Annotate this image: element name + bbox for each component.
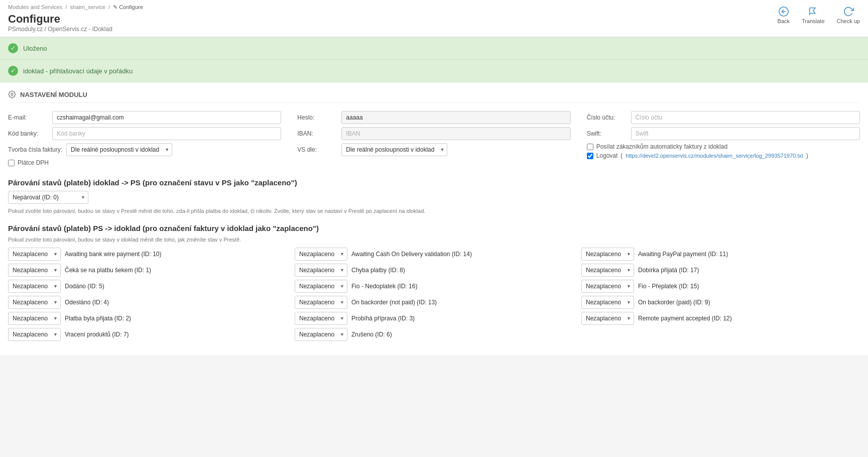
- status-row: NezaplacenoZaplacenoProbíhá příprava (ID…: [295, 312, 573, 325]
- vs-label: VS dle:: [297, 146, 337, 153]
- status-select[interactable]: NezaplacenoZaplaceno: [8, 248, 61, 261]
- breadcrumb-service[interactable]: shaim_service: [70, 4, 105, 10]
- checkup-button[interactable]: Check up: [837, 6, 860, 24]
- parovani1-select-wrap-outer: Nepárovat (ID: 0): [8, 191, 860, 204]
- status-row: NezaplacenoZaplacenoChyba platby (ID: 8): [295, 264, 573, 277]
- breadcrumb-configure: ✎ Configure: [113, 4, 143, 10]
- translate-button[interactable]: Translate: [802, 6, 824, 24]
- module-settings-title: NASTAVENÍ MODULU: [20, 91, 87, 98]
- breadcrumb-modules[interactable]: Modules and Services: [8, 4, 62, 10]
- parovani1-select[interactable]: Nepárovat (ID: 0): [8, 191, 88, 204]
- flag-icon: [808, 6, 819, 17]
- status-select[interactable]: NezaplacenoZaplaceno: [8, 296, 61, 309]
- status-select-wrap: NezaplacenoZaplaceno: [295, 328, 347, 341]
- heslo-input[interactable]: [341, 111, 570, 124]
- status-select[interactable]: NezaplacenoZaplaceno: [581, 248, 634, 261]
- status-grid: NezaplacenoZaplacenoAwaiting bank wire p…: [8, 248, 860, 341]
- platce-dph-checkbox[interactable]: [8, 160, 15, 166]
- status-select[interactable]: NezaplacenoZaplaceno: [581, 312, 634, 325]
- kod-banky-label: Kód banky:: [8, 130, 48, 137]
- platce-dph-label: Plátce DPH: [18, 159, 49, 166]
- status-label: Čeká se na platbu šekem (ID: 1): [65, 267, 151, 274]
- status-select[interactable]: NezaplacenoZaplaceno: [8, 264, 61, 277]
- status-row: NezaplacenoZaplacenoDobírka přijatá (ID:…: [581, 264, 860, 277]
- iban-row: IBAN:: [297, 127, 570, 140]
- alert-idoklad-icon: ✓: [8, 66, 18, 76]
- logovat-link[interactable]: https://devel2.openservis.cz/modules/sha…: [626, 153, 803, 159]
- status-select-wrap: NezaplacenoZaplaceno: [295, 248, 347, 261]
- alert-saved: ✓ Uloženo: [0, 37, 868, 60]
- vs-select[interactable]: Dle reálné posloupnosti v idoklad: [341, 143, 447, 156]
- email-input[interactable]: [52, 111, 281, 124]
- cislo-uctu-label: Číslo účtu:: [587, 114, 627, 121]
- back-button[interactable]: Back: [778, 6, 790, 24]
- tvorba-label: Tvorba čísla faktury:: [8, 146, 62, 153]
- status-select[interactable]: NezaplacenoZaplaceno: [8, 280, 61, 293]
- tvorba-row: Tvorba čísla faktury: Dle reálné posloup…: [8, 143, 281, 156]
- kod-banky-row: Kód banky:: [8, 127, 281, 140]
- platce-dph-row: Plátce DPH: [8, 159, 281, 166]
- status-row: NezaplacenoZaplacenoAwaiting bank wire p…: [8, 248, 287, 261]
- status-select[interactable]: NezaplacenoZaplaceno: [295, 296, 347, 309]
- status-select[interactable]: NezaplacenoZaplaceno: [581, 280, 634, 293]
- status-label: Awaiting PayPal payment (ID: 11): [638, 251, 728, 258]
- status-row: NezaplacenoZaplacenoVracení produktů (ID…: [8, 328, 287, 341]
- status-select[interactable]: NezaplacenoZaplaceno: [295, 312, 347, 325]
- status-label: Chyba platby (ID: 8): [351, 267, 405, 274]
- posil-row: Posílat zákazníkům automaticky faktury z…: [587, 143, 860, 150]
- status-row: NezaplacenoZaplacenoZrušeno (ID: 6): [295, 328, 573, 341]
- swift-row: Swift:: [587, 127, 860, 140]
- status-select[interactable]: NezaplacenoZaplaceno: [581, 264, 634, 277]
- status-select-wrap: NezaplacenoZaplaceno: [8, 296, 61, 309]
- status-select[interactable]: NezaplacenoZaplaceno: [295, 248, 347, 261]
- form-col-3: Číslo účtu: Swift: Posílat zákazníkům au…: [587, 111, 860, 168]
- status-select[interactable]: NezaplacenoZaplaceno: [295, 264, 347, 277]
- form-col-1: E-mail: Kód banky: Tvorba čísla faktury:…: [8, 111, 281, 168]
- main-content: NASTAVENÍ MODULU E-mail: Kód banky: Tvor…: [0, 82, 868, 355]
- status-select[interactable]: NezaplacenoZaplaceno: [581, 296, 634, 309]
- vs-row: VS dle: Dle reálné posloupnosti v idokla…: [297, 143, 570, 156]
- status-label: Odesláno (ID: 4): [65, 299, 109, 306]
- status-label: Zrušeno (ID: 6): [351, 331, 392, 338]
- tvorba-select-wrap: Dle reálné posloupnosti v idoklad: [66, 143, 172, 156]
- svg-point-2: [11, 93, 13, 95]
- cislo-uctu-input[interactable]: [631, 111, 860, 124]
- status-select[interactable]: NezaplacenoZaplaceno: [295, 328, 347, 341]
- page-title: Configure: [8, 13, 143, 26]
- status-select[interactable]: NezaplacenoZaplaceno: [295, 280, 347, 293]
- status-select-wrap: NezaplacenoZaplaceno: [8, 328, 61, 341]
- status-row: NezaplacenoZaplacenoAwaiting Cash On Del…: [295, 248, 573, 261]
- tvorba-select[interactable]: Dle reálné posloupnosti v idoklad: [66, 143, 172, 156]
- status-label: Awaiting Cash On Delivery validation (ID…: [351, 251, 472, 258]
- refresh-icon: [843, 6, 854, 17]
- cislo-uctu-row: Číslo účtu:: [587, 111, 860, 124]
- module-settings-header: NASTAVENÍ MODULU: [8, 90, 860, 103]
- status-label: Probíhá příprava (ID: 3): [351, 315, 415, 322]
- iban-input[interactable]: [341, 127, 570, 140]
- status-row: NezaplacenoZaplacenoFio - Přeplatek (ID:…: [581, 280, 860, 293]
- swift-label: Swift:: [587, 130, 627, 137]
- status-row: NezaplacenoZaplacenoPlatba byla přijata …: [8, 312, 287, 325]
- status-label: Remote payment accepted (ID: 12): [638, 315, 732, 322]
- logovat-row: Logovat ( https://devel2.openservis.cz/m…: [587, 152, 860, 159]
- posil-checkbox[interactable]: [587, 144, 593, 150]
- parovani2-title: Párování stavů (plateb) PS -> idoklad (p…: [8, 224, 860, 233]
- status-label: Fio - Nedoplatek (ID: 16): [351, 283, 417, 290]
- status-select[interactable]: NezaplacenoZaplaceno: [8, 328, 61, 341]
- swift-input[interactable]: [631, 127, 860, 140]
- status-select-wrap: NezaplacenoZaplaceno: [581, 312, 634, 325]
- status-label: On backorder (not paid) (ID: 13): [351, 299, 437, 306]
- parovani1-desc: Pokud zvolíte toto párování, budou se st…: [8, 208, 860, 214]
- status-select[interactable]: NezaplacenoZaplaceno: [8, 312, 61, 325]
- iban-label: IBAN:: [297, 130, 337, 137]
- status-select-wrap: NezaplacenoZaplaceno: [581, 264, 634, 277]
- status-select-wrap: NezaplacenoZaplaceno: [8, 248, 61, 261]
- logovat-checkbox[interactable]: [587, 153, 593, 159]
- alert-saved-text: Uloženo: [23, 45, 47, 52]
- header-actions: Back Translate Check up: [778, 4, 860, 24]
- status-label: Fio - Přeplatek (ID: 15): [638, 283, 699, 290]
- status-row: NezaplacenoZaplacenoAwaiting PayPal paym…: [581, 248, 860, 261]
- kod-banky-input[interactable]: [52, 127, 281, 140]
- logovat-paren-open: (: [621, 152, 623, 159]
- status-label: Dobírka přijatá (ID: 17): [638, 267, 699, 274]
